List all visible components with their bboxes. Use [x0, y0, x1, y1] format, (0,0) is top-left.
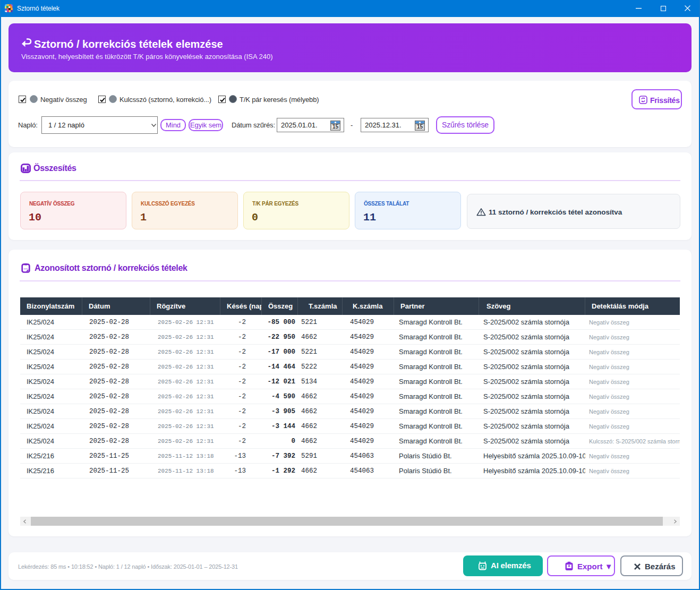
svg-text:15: 15 — [332, 124, 339, 130]
svg-text:15: 15 — [417, 124, 423, 130]
